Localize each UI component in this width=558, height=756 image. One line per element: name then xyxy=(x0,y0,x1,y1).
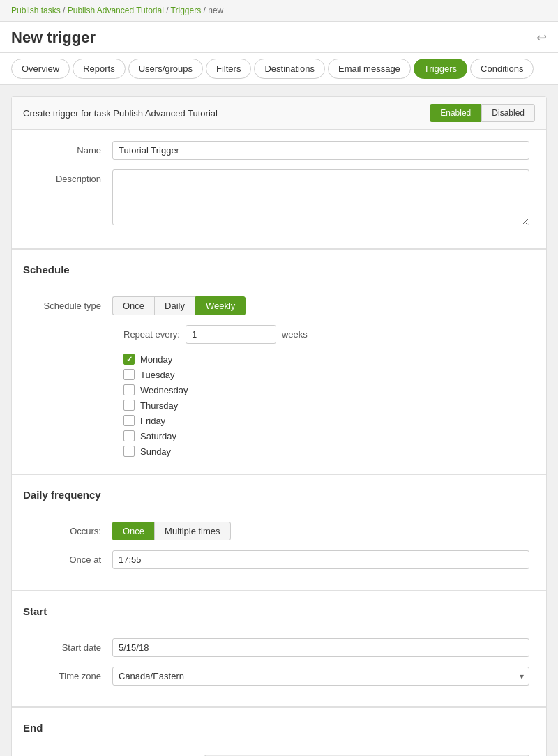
once-at-control xyxy=(112,550,529,569)
card-header-title: Create trigger for task Publish Advanced… xyxy=(23,108,218,119)
thursday-label: Thursday xyxy=(140,400,178,411)
end-header: End xyxy=(12,706,546,745)
sunday-label: Sunday xyxy=(140,446,171,457)
tab-destinations[interactable]: Destinations xyxy=(254,59,325,79)
daily-freq-header: Daily frequency xyxy=(12,474,546,512)
schedule-title: Schedule xyxy=(23,257,535,280)
saturday-checkbox[interactable] xyxy=(123,430,135,441)
breadcrumb-triggers[interactable]: Triggers xyxy=(171,6,202,15)
saturday-label: Saturday xyxy=(140,431,176,441)
page-header: New trigger ↩ xyxy=(0,22,558,53)
breadcrumb-publish-tasks[interactable]: Publish tasks xyxy=(11,6,61,15)
time-zone-control: Canada/Eastern UTC US/Eastern US/Pacific… xyxy=(112,667,529,686)
time-zone-label: Time zone xyxy=(29,667,112,681)
monday-label: Monday xyxy=(140,354,172,365)
start-section: Start date Time zone Canada/Eastern UTC … xyxy=(12,638,546,706)
occurs-multiple-btn[interactable]: Multiple times xyxy=(154,522,230,540)
start-date-label: Start date xyxy=(29,638,112,653)
repeat-every-row: Repeat every: weeks xyxy=(123,325,529,344)
day-saturday: Saturday xyxy=(123,430,529,441)
tuesday-label: Tuesday xyxy=(140,370,174,380)
start-header: Start xyxy=(12,590,546,628)
tab-triggers[interactable]: Triggers xyxy=(414,59,467,79)
day-thursday: Thursday xyxy=(123,400,529,411)
daily-freq-section: Occurs: Once Multiple times Once at xyxy=(12,522,546,590)
occurs-group: Once Multiple times xyxy=(112,522,529,540)
day-tuesday: Tuesday xyxy=(123,369,529,380)
repeat-unit: weeks xyxy=(282,329,308,340)
occurs-once-btn[interactable]: Once xyxy=(112,522,154,540)
start-title: Start xyxy=(23,598,535,621)
start-date-row: Start date xyxy=(29,638,529,657)
tab-overview[interactable]: Overview xyxy=(11,59,70,79)
schedule-header: Schedule xyxy=(12,248,546,287)
trigger-card: Create trigger for task Publish Advanced… xyxy=(11,96,547,756)
day-sunday: Sunday xyxy=(123,446,529,457)
breadcrumb-tutorial[interactable]: Publish Advanced Tutorial xyxy=(68,6,164,15)
once-at-row: Once at xyxy=(29,550,529,569)
day-monday: Monday xyxy=(123,354,529,365)
name-label: Name xyxy=(29,141,112,156)
repeat-every-label: Repeat every: xyxy=(123,329,180,340)
form-body: Name Description xyxy=(12,130,546,248)
schedule-once-btn[interactable]: Once xyxy=(112,296,154,315)
schedule-weekly-btn[interactable]: Weekly xyxy=(195,296,246,315)
start-date-input[interactable] xyxy=(112,638,529,657)
friday-checkbox[interactable] xyxy=(123,415,135,426)
schedule-type-row: Schedule type Once Daily Weekly xyxy=(29,296,529,315)
schedule-type-label: Schedule type xyxy=(29,296,112,311)
enabled-button[interactable]: Enabled xyxy=(430,104,481,122)
tuesday-checkbox[interactable] xyxy=(123,369,135,380)
sunday-checkbox[interactable] xyxy=(123,446,135,457)
wednesday-label: Wednesday xyxy=(140,385,188,395)
monday-checkbox[interactable] xyxy=(123,354,135,365)
card-header: Create trigger for task Publish Advanced… xyxy=(12,97,546,130)
wednesday-checkbox[interactable] xyxy=(123,384,135,395)
page-title: New trigger xyxy=(11,29,96,47)
schedule-type-group: Once Daily Weekly xyxy=(112,296,529,315)
repeat-value-input[interactable] xyxy=(186,325,276,344)
tab-filters[interactable]: Filters xyxy=(206,59,251,79)
day-wednesday: Wednesday xyxy=(123,384,529,395)
description-control-wrap xyxy=(112,169,529,227)
disabled-button[interactable]: Disabled xyxy=(481,104,535,122)
occurs-row: Occurs: Once Multiple times xyxy=(29,522,529,540)
name-row: Name xyxy=(29,141,529,160)
daily-freq-title: Daily frequency xyxy=(23,482,535,505)
tab-email-message[interactable]: Email message xyxy=(328,59,411,79)
friday-label: Friday xyxy=(140,416,165,426)
time-zone-row: Time zone Canada/Eastern UTC US/Eastern … xyxy=(29,667,529,686)
description-input[interactable] xyxy=(112,169,529,225)
days-list: Monday Tuesday Wednesday Thursday Friday xyxy=(123,354,529,457)
nav-tabs: Overview Reports Users/groups Filters De… xyxy=(0,53,558,85)
tab-reports[interactable]: Reports xyxy=(73,59,126,79)
name-input[interactable] xyxy=(112,141,529,160)
back-icon[interactable]: ↩ xyxy=(536,30,547,45)
thursday-checkbox[interactable] xyxy=(123,400,135,411)
occurs-controls: Once Multiple times xyxy=(112,522,529,540)
once-at-input[interactable] xyxy=(112,550,529,569)
start-date-control xyxy=(112,638,529,657)
day-friday: Friday xyxy=(123,415,529,426)
status-toggle: Enabled Disabled xyxy=(430,104,535,122)
once-at-label: Once at xyxy=(29,550,112,565)
tab-conditions[interactable]: Conditions xyxy=(470,59,534,79)
tab-users-groups[interactable]: Users/groups xyxy=(128,59,203,79)
breadcrumb: Publish tasks / Publish Advanced Tutoria… xyxy=(0,0,558,22)
schedule-type-controls: Once Daily Weekly xyxy=(112,296,529,315)
schedule-daily-btn[interactable]: Daily xyxy=(154,296,195,315)
time-zone-select[interactable]: Canada/Eastern UTC US/Eastern US/Pacific xyxy=(112,667,529,686)
end-title: End xyxy=(23,715,535,738)
main-content: Create trigger for task Publish Advanced… xyxy=(0,85,558,756)
occurs-label: Occurs: xyxy=(29,522,112,536)
description-label: Description xyxy=(29,169,112,184)
breadcrumb-new: new xyxy=(208,6,223,15)
description-row: Description xyxy=(29,169,529,227)
name-control-wrap xyxy=(112,141,529,160)
schedule-section: Schedule type Once Daily Weekly Repeat e… xyxy=(12,296,546,474)
